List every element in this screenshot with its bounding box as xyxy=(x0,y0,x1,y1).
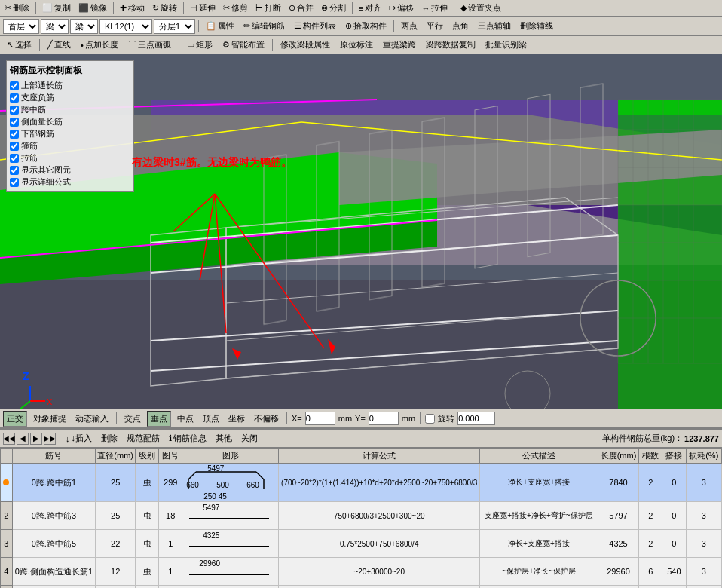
cell-loss[interactable]: 3 xyxy=(686,464,721,502)
delete-btn[interactable]: ✂删除 xyxy=(2,2,32,14)
perpendicular-btn[interactable]: 垂点 xyxy=(147,411,171,427)
ortho-btn[interactable]: 正交 xyxy=(3,411,27,427)
property-btn[interactable]: 📋 属性 xyxy=(202,18,238,34)
vertex-btn[interactable]: 顶点 xyxy=(200,412,222,426)
cell-count-2[interactable]: 2 xyxy=(639,502,662,530)
cell-count-3[interactable]: 2 xyxy=(639,530,662,558)
cell-fignum-5[interactable]: 1 xyxy=(159,586,182,589)
cell-grade-4[interactable]: 虫 xyxy=(136,558,159,586)
three-axis-btn[interactable]: 三点辅轴 xyxy=(474,18,515,34)
cell-fignum-4[interactable]: 1 xyxy=(159,558,182,586)
cell-barid-2[interactable]: 0跨.跨中筋3 xyxy=(12,502,95,530)
smart-layout-btn[interactable]: ⚙ 智能布置 xyxy=(219,37,268,53)
cell-shape-3[interactable]: 4325 xyxy=(182,530,279,558)
section-select[interactable]: 分层1 xyxy=(154,19,195,34)
cell-formula-2[interactable]: 750+6800/3+2500+300~20 xyxy=(279,502,480,530)
cb-mid-bar[interactable]: 跨中筋 xyxy=(10,104,130,115)
beam-type-select[interactable]: 梁 xyxy=(41,19,69,34)
mirror-btn[interactable]: ⬛镜像 xyxy=(75,2,110,14)
cell-grade[interactable]: 虫 xyxy=(136,464,159,502)
cell-formula[interactable]: (700~20*2)*(1+(1.414))+10*d+20*d+2500~20… xyxy=(279,464,480,502)
cell-loss-4[interactable]: 3 xyxy=(686,558,721,586)
select-btn[interactable]: ↖ 选择 xyxy=(3,37,35,53)
stretch-btn[interactable]: ↔拉伸 xyxy=(418,2,451,14)
angle-btn[interactable]: 点角 xyxy=(448,18,473,34)
cell-loss-3[interactable]: 3 xyxy=(686,530,721,558)
delete-rebar-btn[interactable]: 删除 xyxy=(97,430,121,446)
move-btn[interactable]: ✚移动 xyxy=(117,2,148,14)
cell-length[interactable]: 7840 xyxy=(598,464,639,502)
cell-diameter-5[interactable]: 25 xyxy=(96,586,136,589)
break-btn[interactable]: ⊢打断 xyxy=(252,2,284,14)
parallel-btn[interactable]: 平行 xyxy=(423,18,447,34)
cb-detail-formula[interactable]: 显示详细公式 xyxy=(10,176,130,188)
mod-seg-btn[interactable]: 修改梁段属性 xyxy=(277,37,334,53)
table-row[interactable]: 4 0跨.侧面构造通长筋1 12 虫 1 29960 ~20+30000~20 xyxy=(1,558,722,586)
setpoint-btn[interactable]: ◆设置夹点 xyxy=(457,2,504,14)
cell-formula-5[interactable]: ... xyxy=(279,586,480,589)
line-btn[interactable]: ╱ 直线 xyxy=(44,37,75,53)
cell-desc[interactable]: 净长+支座宽+搭接 xyxy=(480,464,598,502)
table-row[interactable]: 0跨.跨中筋1 25 虫 299 5497 xyxy=(1,464,722,502)
rotate-checkbox[interactable] xyxy=(425,414,435,424)
trim-btn[interactable]: ✂修剪 xyxy=(220,2,251,14)
cell-length-5[interactable]: 3050 xyxy=(598,586,639,589)
cell-count[interactable]: 2 xyxy=(639,464,662,502)
cell-length-4[interactable]: 29960 xyxy=(598,558,639,586)
cb-stirrup[interactable]: 箍筋 xyxy=(10,140,130,152)
cb-support-bar[interactable]: 支座负筋 xyxy=(10,92,130,103)
snap-btn[interactable]: 对象捕捉 xyxy=(30,412,69,426)
cell-diameter-3[interactable]: 22 xyxy=(96,530,136,558)
cell-shape-4[interactable]: 29960 xyxy=(182,558,279,586)
cell-length-2[interactable]: 5797 xyxy=(598,502,639,530)
extend-btn[interactable]: ⊣延伸 xyxy=(187,2,219,14)
arc-btn[interactable]: ⌒ 三点画弧 xyxy=(124,37,175,53)
beam-subtype-select[interactable]: 梁 xyxy=(70,19,98,34)
rebar-info-btn[interactable]: ℹ钢筋信息 xyxy=(165,430,210,446)
point-len-btn[interactable]: • 点加长度 xyxy=(77,37,122,53)
cell-shape[interactable]: 5497 660 500 660 250 45 xyxy=(182,464,279,502)
cb-bottom-bar[interactable]: 下部钢筋 xyxy=(10,128,130,139)
merge-btn[interactable]: ⊕合并 xyxy=(286,2,317,14)
cell-lap[interactable]: 0 xyxy=(662,464,686,502)
cell-desc-5[interactable]: ... xyxy=(480,586,598,589)
cell-formula-3[interactable]: 0.75*2500+750+6800/4 xyxy=(279,530,480,558)
component-list-btn[interactable]: ☰ 构件列表 xyxy=(290,18,340,34)
batch-recog-btn[interactable]: 批量识别梁 xyxy=(482,37,531,53)
cb-tie[interactable]: 拉筋 xyxy=(10,152,130,164)
cell-loss-2[interactable]: 3 xyxy=(686,502,721,530)
cell-loss-5[interactable]: 3 xyxy=(686,586,721,589)
cell-grade-2[interactable]: 虫 xyxy=(136,502,159,530)
cell-count-5[interactable]: 4 xyxy=(639,586,662,589)
in-place-label-btn[interactable]: 原位标注 xyxy=(336,37,377,53)
cell-barid-4[interactable]: 0跨.侧面构造通长筋1 xyxy=(12,558,95,586)
cell-fignum-3[interactable]: 1 xyxy=(159,530,182,558)
floor-select[interactable]: 首层 xyxy=(3,19,39,34)
cell-fignum[interactable]: 299 xyxy=(159,464,182,502)
table-row[interactable]: 2 0跨.跨中筋3 25 虫 18 5497 750+6800/3+2500+3… xyxy=(1,502,722,530)
dynamic-input-btn[interactable]: 动态输入 xyxy=(72,412,112,426)
offset-btn[interactable]: ↦偏移 xyxy=(386,2,417,14)
no-offset-btn[interactable]: 不偏移 xyxy=(251,412,282,426)
two-point-btn[interactable]: 两点 xyxy=(397,18,421,34)
midpoint-btn[interactable]: 中点 xyxy=(174,412,197,426)
nav-next-btn[interactable]: ▶ xyxy=(30,433,42,445)
cell-shape-5[interactable]: 3050 xyxy=(182,586,279,589)
cell-length-3[interactable]: 4325 xyxy=(598,530,639,558)
nav-last-btn[interactable]: ▶▶ xyxy=(44,433,56,445)
cb-other-elem[interactable]: 显示其它图元 xyxy=(10,164,130,176)
table-row[interactable]: 3 0跨.跨中筋5 22 虫 1 4325 0.75*2500+750+6800… xyxy=(1,530,722,558)
rotate-input[interactable] xyxy=(457,412,495,425)
cell-diameter-4[interactable]: 12 xyxy=(96,558,136,586)
cell-desc-2[interactable]: 支座宽+搭接+净长+弯折~保护层 xyxy=(480,502,598,530)
cell-lap-2[interactable]: 0 xyxy=(662,502,686,530)
cell-lap-4[interactable]: 540 xyxy=(662,558,686,586)
cb-top-bar[interactable]: 上部通长筋 xyxy=(10,80,130,91)
coord-btn[interactable]: 坐标 xyxy=(225,412,248,426)
copy-span-btn[interactable]: 梁跨数据复制 xyxy=(422,37,479,53)
cell-grade-5[interactable]: 虫 xyxy=(136,586,159,589)
rotate-btn[interactable]: ↻旋转 xyxy=(149,2,180,14)
intersection-btn[interactable]: 交点 xyxy=(121,412,144,426)
table-row[interactable]: 5 0跨.下部筋 25 虫 1 3050 ... ... xyxy=(1,586,722,589)
beam-id-select[interactable]: KL12(1) xyxy=(99,19,152,34)
